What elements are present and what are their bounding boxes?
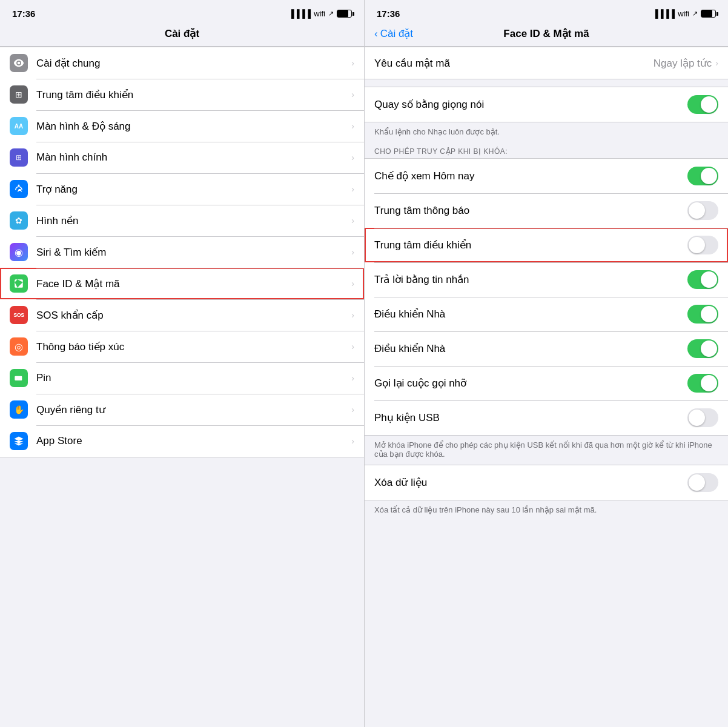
wallet-toggle[interactable] (687, 339, 718, 358)
goi-lai-row[interactable]: Gọi lại cuộc gọi nhỡ (365, 366, 728, 400)
chevron-icon: › (351, 153, 354, 162)
quay-so-label: Quay số bằng giọng nói (374, 98, 687, 111)
quay-so-toggle[interactable] (687, 95, 718, 114)
chevron-icon: › (351, 342, 354, 351)
list-item-trung-tam-dieu-khien[interactable]: ⊞ Trung tâm điều khiển › (0, 79, 364, 110)
usb-note: Mở khóa iPhone để cho phép các phụ kiện … (365, 437, 728, 465)
quay-so-row[interactable]: Quay số bằng giọng nói (365, 87, 728, 122)
che-do-xem-row[interactable]: Chế độ xem Hôm nay (365, 159, 728, 193)
list-item-hinh-nen-label: Hình nền (36, 214, 346, 227)
chevron-icon: › (351, 405, 354, 414)
access-section-label: CHO PHÉP TRUY CẬP KHI BỊ KHÓA: (365, 142, 728, 158)
location-icon: ↗ (328, 10, 334, 18)
right-status-time: 17:36 (377, 8, 400, 19)
list-item-man-hinh-chinh-label: Màn hình chính (36, 151, 346, 164)
list-item-tro-nang[interactable]: Trợ năng › (0, 173, 364, 205)
list-item-quyen-rieng-tu[interactable]: ✋ Quyền riêng tư › (0, 394, 364, 425)
right-settings-list: Yêu cầu mật mã Ngay lập tức › Quay số bằ… (365, 47, 728, 727)
phu-kien-usb-toggle[interactable] (687, 408, 718, 427)
back-chevron-icon: ‹ (374, 28, 378, 40)
list-item-siri-label: Siri & Tìm kiếm (36, 246, 346, 259)
phu-kien-usb-label: Phụ kiện USB (374, 411, 687, 424)
icon-trung-tam: ⊞ (10, 85, 28, 104)
list-item-face-id[interactable]: Face ID & Mật mã › (0, 268, 364, 299)
trung-tam-thong-bao-row[interactable]: Trung tâm thông báo (365, 193, 728, 228)
passcode-value: Ngay lập tức (654, 57, 712, 70)
wallet-row[interactable]: Điều khiển Nhà (365, 331, 728, 366)
back-button[interactable]: ‹ Cài đặt (374, 27, 413, 40)
trung-tam-dieu-khien-row[interactable]: Trung tâm điều khiển (365, 228, 728, 262)
trung-tam-dieu-khien-label: Trung tâm điều khiển (374, 239, 687, 251)
dieu-khien-nha-row[interactable]: Điều khiển Nhà (365, 297, 728, 331)
left-settings-list: Cài đặt chung › ⊞ Trung tâm điều khiển ›… (0, 47, 364, 727)
list-item-hinh-nen[interactable]: ✿ Hình nền › (0, 205, 364, 236)
wifi-icon: wifi (314, 9, 325, 18)
icon-sos: SOS (10, 306, 28, 324)
xoa-du-lieu-toggle[interactable] (687, 473, 718, 492)
battery-icon (701, 10, 716, 18)
list-item-man-hinh[interactable]: AA Màn hình & Độ sáng › (0, 110, 364, 142)
svg-point-0 (18, 185, 20, 187)
passcode-chevron-icon: › (715, 58, 718, 68)
trung-tam-thong-bao-label: Trung tâm thông báo (374, 205, 687, 217)
xoa-note: Xóa tất cả dữ liệu trên iPhone này sau 1… (365, 502, 728, 520)
left-page-title: Cài đặt (165, 28, 199, 39)
list-item-thong-bao-tiep-xuc[interactable]: ◎ Thông báo tiếp xúc › (0, 331, 364, 362)
dieu-khien-nha-toggle[interactable] (687, 305, 718, 324)
svg-rect-1 (15, 376, 22, 380)
goi-lai-label: Gọi lại cuộc gọi nhỡ (374, 377, 687, 390)
chevron-icon: › (351, 373, 354, 383)
locked-access-section: Chế độ xem Hôm nay Trung tâm thông báo T… (365, 158, 728, 436)
icon-cai-dat-chung (10, 54, 28, 72)
list-item-trung-tam-label: Trung tâm điều khiển (36, 88, 346, 101)
battery-icon (337, 10, 352, 18)
list-item-siri[interactable]: ◉ Siri & Tìm kiếm › (0, 236, 364, 268)
list-item-app-store[interactable]: App Store › (0, 425, 364, 457)
chevron-icon: › (351, 279, 354, 288)
passcode-label: Yêu cầu mật mã (374, 57, 654, 70)
goi-lai-toggle[interactable] (687, 374, 718, 393)
list-item-man-hinh-chinh[interactable]: ⊞ Màn hình chính › (0, 142, 364, 173)
chevron-icon: › (351, 247, 354, 257)
list-item-cai-dat-chung-label: Cài đặt chung (36, 57, 346, 70)
list-item-sos-label: SOS khẩn cấp (36, 309, 346, 322)
icon-man-hinh: AA (10, 117, 28, 135)
icon-quyen-rieng-tu: ✋ (10, 400, 28, 419)
list-item-pin[interactable]: Pin › (0, 362, 364, 394)
list-item-thong-bao-tiep-xuc-label: Thông báo tiếp xúc (36, 340, 346, 353)
list-item-app-store-label: App Store (36, 435, 346, 447)
signal-icon: ▐▐▐▐ (288, 9, 311, 18)
chevron-icon: › (351, 436, 354, 446)
tra-loi-row[interactable]: Trả lời bằng tin nhắn (365, 262, 728, 297)
trung-tam-dieu-khien-toggle[interactable] (687, 236, 718, 254)
icon-tro-nang (10, 180, 28, 198)
icon-app-store (10, 432, 28, 450)
che-do-xem-toggle[interactable] (687, 167, 718, 185)
phu-kien-usb-row[interactable]: Phụ kiện USB (365, 400, 728, 435)
icon-face-id (10, 274, 28, 293)
trung-tam-thong-bao-toggle[interactable] (687, 201, 718, 220)
list-item-face-id-label: Face ID & Mật mã (36, 277, 346, 290)
list-item-pin-label: Pin (36, 372, 346, 384)
che-do-xem-label: Chế độ xem Hôm nay (374, 170, 687, 182)
left-status-time: 17:36 (12, 8, 35, 19)
left-panel: 17:36 ▐▐▐▐ wifi ↗ Cài đặt Cài đặt chung … (0, 0, 364, 727)
tra-loi-toggle[interactable] (687, 270, 718, 289)
passcode-row[interactable]: Yêu cầu mật mã Ngay lập tức › (365, 47, 728, 79)
xoa-du-lieu-row[interactable]: Xóa dữ liệu (365, 465, 728, 500)
list-item-cai-dat-chung[interactable]: Cài đặt chung › (0, 47, 364, 79)
icon-man-hinh-chinh: ⊞ (10, 148, 28, 167)
xoa-du-lieu-label: Xóa dữ liệu (374, 476, 687, 489)
list-item-tro-nang-label: Trợ năng (36, 183, 346, 196)
wifi-icon: wifi (678, 9, 689, 18)
dieu-khien-nha-label: Điều khiển Nhà (374, 308, 687, 320)
tra-loi-label: Trả lời bằng tin nhắn (374, 273, 687, 286)
wallet-label: Điều khiển Nhà (374, 342, 687, 355)
spacer-1 (365, 81, 728, 87)
list-item-sos[interactable]: SOS SOS khẩn cấp › (0, 299, 364, 331)
list-item-man-hinh-label: Màn hình & Độ sáng (36, 120, 346, 133)
right-status-icons: ▐▐▐▐ wifi ↗ (652, 9, 716, 18)
list-item-quyen-rieng-tu-label: Quyền riêng tư (36, 403, 346, 416)
left-nav-header: Cài đặt (0, 24, 364, 46)
right-panel: 17:36 ▐▐▐▐ wifi ↗ ‹ Cài đặt Face ID & Mậ… (364, 0, 728, 727)
